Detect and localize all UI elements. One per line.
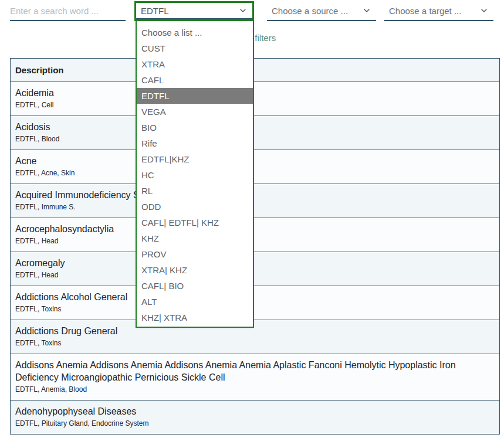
dropdown-option[interactable]: EDTFL|KHZ: [137, 151, 253, 167]
dropdown-option[interactable]: PROV: [137, 246, 253, 262]
row-tags: EDTFL, Toxins: [15, 304, 495, 314]
dropdown-option[interactable]: BIO: [137, 120, 253, 135]
row-title: Acidosis: [15, 121, 495, 133]
results-table: Description Acidemia EDTFL, Cell Acidosi…: [10, 58, 500, 435]
dropdown-option[interactable]: KHZ| XTRA: [137, 310, 253, 325]
table-header-description: Description: [11, 59, 499, 82]
table-row[interactable]: Acne EDTFL, Acne, Skin: [11, 150, 499, 184]
target-select-placeholder: Choose a target ...: [389, 6, 461, 16]
dropdown-option[interactable]: Choose a list ...: [137, 25, 253, 40]
dropdown-option[interactable]: XTRA| KHZ: [137, 262, 253, 278]
table-row[interactable]: Acromegaly EDTFL, Head: [11, 252, 499, 286]
dropdown-option[interactable]: KHZ: [137, 230, 253, 246]
list-select[interactable]: EDTFL: [134, 1, 254, 21]
row-title: Acromegaly: [15, 257, 495, 269]
source-select[interactable]: Choose a source ...: [267, 1, 376, 21]
dropdown-option[interactable]: VEGA: [137, 104, 253, 120]
dropdown-option[interactable]: HC: [137, 167, 253, 183]
row-tags: EDTFL, Blood: [15, 134, 495, 144]
table-row[interactable]: Acidosis EDTFL, Blood: [11, 116, 499, 150]
row-title: Acidemia: [15, 87, 495, 99]
chevron-down-icon: [362, 6, 371, 15]
source-select-placeholder: Choose a source ...: [272, 6, 348, 16]
row-tags: EDTFL, Head: [15, 270, 495, 280]
row-title: Acne: [15, 155, 495, 167]
table-row[interactable]: Acrocephalosyndactylia EDTFL, Head: [11, 218, 499, 252]
target-select[interactable]: Choose a target ...: [384, 1, 493, 21]
row-tags: EDTFL, Acne, Skin: [15, 168, 495, 178]
dropdown-option[interactable]: CAFL| BIO: [137, 278, 253, 294]
table-row[interactable]: Adenohypophyseal Diseases EDTFL, Pituita…: [11, 400, 499, 434]
dropdown-option[interactable]: ODD: [137, 199, 253, 215]
row-title: Addictions Alcohol General: [15, 291, 495, 303]
row-title: Acrocephalosyndactylia: [15, 223, 495, 235]
dropdown-option[interactable]: CAFL| EDTFL| KHZ: [137, 215, 253, 230]
row-title: Adenohypophyseal Diseases: [15, 405, 495, 418]
row-tags: EDTFL, Cell: [15, 100, 495, 110]
row-tags: EDTFL, Head: [15, 236, 495, 246]
dropdown-option[interactable]: Rife: [137, 135, 253, 151]
search-input[interactable]: [10, 1, 126, 21]
table-row[interactable]: Addictions Drug General EDTFL, Toxins: [11, 320, 499, 354]
chevron-down-icon: [238, 6, 248, 15]
list-select-value: EDTFL: [141, 6, 169, 16]
row-title: Acquired Immunodeficiency Syndrome: [15, 189, 495, 201]
dropdown-option[interactable]: ALT: [137, 294, 253, 310]
dropdown-option[interactable]: EDTFL: [137, 88, 253, 104]
table-row[interactable]: Acquired Immunodeficiency Syndrome EDTFL…: [11, 184, 499, 218]
row-tags: EDTFL, Immune S.: [15, 202, 495, 212]
table-row[interactable]: Addisons Anemia Addisons Anemia Addisons…: [11, 354, 499, 400]
chevron-down-icon: [479, 6, 489, 15]
dropdown-option[interactable]: XTRA: [137, 56, 253, 72]
dropdown-option[interactable]: CAFL: [137, 72, 253, 88]
row-title: Addisons Anemia Addisons Anemia Addisons…: [15, 359, 495, 383]
row-tags: EDTFL, Anemia, Blood: [15, 385, 495, 394]
row-title: Addictions Drug General: [15, 325, 495, 337]
dropdown-option[interactable]: RL: [137, 183, 253, 199]
row-tags: EDTFL, Toxins: [15, 338, 495, 348]
table-row[interactable]: Addictions Alcohol General EDTFL, Toxins: [11, 286, 499, 320]
row-tags: EDTFL, Pituitary Gland, Endocrine System: [15, 419, 495, 428]
table-row[interactable]: Acidemia EDTFL, Cell: [11, 82, 499, 116]
frequency-list-app: EDTFL Choose a source ... Choose a targe…: [0, 0, 504, 448]
list-dropdown-panel: Choose a list ...CUSTXTRACAFLEDTFLVEGABI…: [136, 21, 254, 328]
dropdown-option[interactable]: CUST: [137, 40, 253, 56]
